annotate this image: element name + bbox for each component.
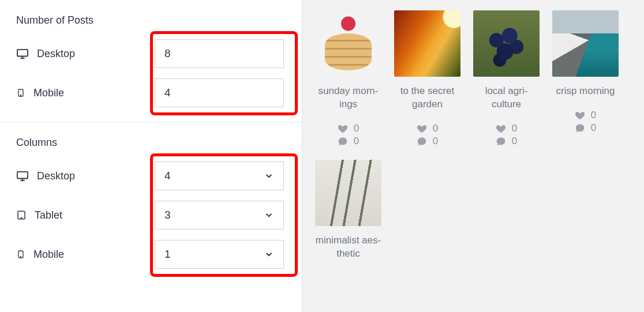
post-thumbnail <box>473 10 540 77</box>
svg-point-2 <box>20 95 21 95</box>
feed-grid: sunday morn­ings 0 0 to the secret garde… <box>315 10 631 272</box>
comment-icon <box>338 137 348 146</box>
comment-icon <box>575 123 585 133</box>
post-thumbnail <box>394 10 460 77</box>
post-stats: 0 0 <box>552 110 619 134</box>
post-stats: 0 0 <box>315 123 381 147</box>
columns-mobile-row: Mobile 1 <box>16 240 286 269</box>
posts-mobile-label: Mobile <box>16 87 155 99</box>
columns-title: Columns <box>16 137 286 149</box>
post-thumbnail <box>315 10 381 77</box>
feed-post[interactable]: local agri­culture 0 0 <box>473 10 540 147</box>
svg-rect-3 <box>17 172 28 179</box>
comment-icon <box>496 137 506 146</box>
comment-icon <box>417 137 427 146</box>
svg-point-5 <box>21 217 21 218</box>
post-thumbnail <box>315 160 381 226</box>
post-caption: local agri­culture <box>473 85 540 111</box>
post-caption: crisp morn­ing <box>552 85 619 98</box>
columns-mobile-label: Mobile <box>16 249 155 261</box>
chevron-down-icon <box>264 171 274 181</box>
columns-desktop-select[interactable]: 4 <box>155 161 284 190</box>
chevron-down-icon <box>264 249 274 260</box>
mobile-icon <box>16 88 25 98</box>
columns-tablet-select[interactable]: 3 <box>155 201 284 230</box>
heart-icon <box>417 124 427 133</box>
settings-panel: Number of Posts Desktop Mobile Columns <box>0 0 302 312</box>
feed-post[interactable]: mini­malist aes­thetic <box>315 160 381 272</box>
tablet-icon <box>16 210 27 220</box>
columns-section: Columns Desktop 4 Tablet 3 <box>0 122 302 283</box>
posts-desktop-input[interactable] <box>155 39 284 68</box>
mobile-icon <box>16 249 25 260</box>
number-of-posts-section: Number of Posts Desktop Mobile <box>0 0 302 122</box>
preview-panel: sunday morn­ings 0 0 to the secret garde… <box>302 0 644 312</box>
feed-post[interactable]: crisp morn­ing 0 0 <box>552 10 619 147</box>
feed-post[interactable]: to the secret garden 0 0 <box>394 10 460 147</box>
number-of-posts-title: Number of Posts <box>16 14 286 27</box>
posts-mobile-input[interactable] <box>155 78 284 107</box>
post-caption: to the secret garden <box>394 85 460 111</box>
columns-desktop-row: Desktop 4 <box>16 161 286 190</box>
columns-desktop-label: Desktop <box>16 170 155 182</box>
feed-post[interactable]: sunday morn­ings 0 0 <box>315 10 381 147</box>
columns-tablet-row: Tablet 3 <box>16 201 286 230</box>
desktop-icon <box>16 48 29 59</box>
desktop-icon <box>16 171 29 181</box>
heart-icon <box>575 111 585 120</box>
posts-desktop-row: Desktop <box>16 39 286 68</box>
chevron-down-icon <box>264 210 274 220</box>
post-stats: 0 0 <box>473 123 540 147</box>
post-caption: sunday morn­ings <box>315 85 381 111</box>
heart-icon <box>496 124 506 133</box>
svg-point-7 <box>20 256 21 257</box>
columns-tablet-label: Tablet <box>16 209 155 221</box>
columns-mobile-select[interactable]: 1 <box>155 240 284 269</box>
posts-desktop-label: Desktop <box>16 48 155 60</box>
post-caption: mini­malist aes­thetic <box>315 234 381 261</box>
posts-mobile-row: Mobile <box>16 78 286 107</box>
post-thumbnail <box>552 10 619 77</box>
heart-icon <box>338 124 348 133</box>
post-stats: 0 0 <box>394 123 460 147</box>
svg-rect-0 <box>17 50 28 57</box>
